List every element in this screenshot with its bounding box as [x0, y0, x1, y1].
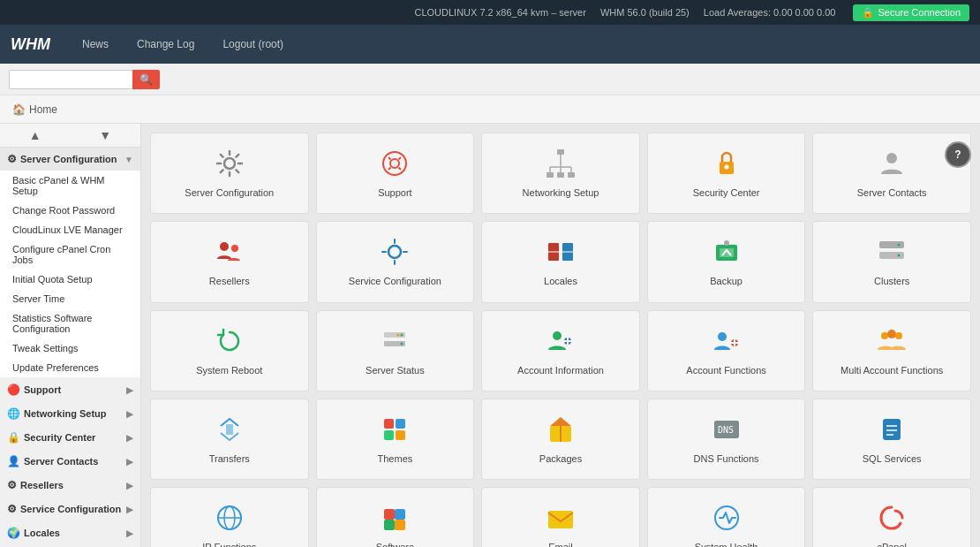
- svg-rect-8: [547, 172, 554, 178]
- svg-point-37: [553, 331, 562, 340]
- svg-rect-62: [384, 509, 395, 520]
- grid-item-system-health[interactable]: System Health: [647, 487, 806, 547]
- sidebar-section-support: 🔴Support ▶: [0, 378, 140, 402]
- grid-item-label-sql-services: SQL Services: [863, 452, 922, 465]
- chevron-right-icon-5: ▶: [126, 481, 133, 490]
- grid-item-software[interactable]: Software: [316, 487, 475, 547]
- sidebar-item-basic-cpanel[interactable]: Basic cPanel & WHM Setup: [0, 171, 140, 201]
- grid-item-dns-functions[interactable]: DNS DNS Functions: [647, 399, 806, 480]
- sidebar-support-label: Support: [24, 384, 61, 395]
- content-area: Server Configuration Support Networking …: [141, 124, 980, 547]
- sidebar-networking-label: Networking Setup: [24, 408, 107, 419]
- networking-icon: 🌐: [7, 407, 20, 420]
- grid-item-label-dns-functions: DNS Functions: [694, 452, 759, 465]
- svg-point-21: [388, 246, 401, 258]
- svg-point-34: [401, 333, 403, 336]
- svg-line-6: [388, 168, 391, 171]
- search-input[interactable]: [9, 70, 132, 89]
- nav-news[interactable]: News: [77, 34, 114, 54]
- svg-rect-7: [557, 149, 564, 155]
- search-button[interactable]: 🔍: [132, 70, 160, 89]
- grid-item-server-status[interactable]: Server Status: [316, 310, 475, 391]
- grid-item-label-locales: Locales: [544, 275, 577, 287]
- sidebar-nav-down[interactable]: ▼: [71, 124, 141, 147]
- grid-item-label-security-center: Security Center: [693, 186, 760, 199]
- grid-item-sql-services[interactable]: SQL Services: [812, 399, 971, 480]
- ip-icon: [212, 502, 247, 534]
- grid-item-label-themes: Themes: [378, 452, 413, 465]
- gear-icon: [212, 148, 247, 179]
- sidebar-nav-up[interactable]: ▲: [0, 124, 71, 147]
- grid-item-themes[interactable]: Themes: [316, 399, 475, 480]
- sidebar-item-tweak[interactable]: Tweak Settings: [0, 338, 140, 358]
- svg-point-17: [724, 165, 728, 170]
- sidebar-header-locales[interactable]: 🌍Locales ▶: [0, 521, 140, 544]
- nav-logout[interactable]: Logout (root): [217, 34, 289, 54]
- grid-item-service-configuration[interactable]: Service Configuration: [316, 221, 475, 302]
- sidebar-item-cron-jobs[interactable]: Configure cPanel Cron Jobs: [0, 239, 140, 270]
- grid-item-system-reboot[interactable]: System Reboot: [150, 310, 309, 391]
- nav-changelog[interactable]: Change Log: [132, 34, 200, 54]
- sidebar-header-server-contacts[interactable]: 👤Server Contacts ▶: [0, 450, 140, 473]
- grid-item-support[interactable]: Support: [316, 133, 475, 214]
- grid-item-label-server-status: Server Status: [366, 364, 425, 376]
- breadcrumb-home[interactable]: Home: [29, 103, 57, 116]
- grid-item-backup[interactable]: Backup: [647, 221, 806, 302]
- accountinfo-icon: [543, 325, 578, 357]
- sidebar-item-change-root[interactable]: Change Root Password: [0, 201, 140, 220]
- home-icon: 🏠: [12, 103, 26, 116]
- secure-connection-button[interactable]: 🔒 Secure Connection: [853, 4, 969, 21]
- grid-item-label-system-reboot: System Reboot: [196, 364, 262, 376]
- svg-text:DNS: DNS: [718, 425, 734, 435]
- grid-item-locales[interactable]: Locales: [481, 221, 640, 302]
- chevron-down-icon: ▼: [124, 155, 133, 164]
- sidebar-section-resellers: ⚙Resellers ▶: [0, 474, 140, 498]
- grid-item-cpanel[interactable]: cPanel: [812, 487, 971, 547]
- chevron-right-icon-6: ▶: [126, 505, 133, 514]
- sidebar-header-networking[interactable]: 🌐Networking Setup ▶: [0, 402, 140, 425]
- svg-rect-29: [879, 252, 904, 259]
- grid-item-resellers[interactable]: Resellers: [150, 221, 309, 302]
- support-icon: 🔴: [7, 384, 20, 396]
- secure-label: Secure Connection: [878, 7, 961, 18]
- sidebar-item-update-prefs[interactable]: Update Preferences: [0, 358, 140, 377]
- sidebar-item-cloudlinux[interactable]: CloudLinux LVE Manager: [0, 220, 140, 239]
- svg-rect-44: [226, 424, 233, 435]
- dns-icon: DNS: [709, 414, 744, 445]
- sidebar-header-service-config[interactable]: ⚙Service Configuration ▶: [0, 498, 140, 520]
- grid-item-server-configuration[interactable]: Server Configuration: [150, 133, 309, 214]
- resellers-icon: [212, 236, 247, 268]
- svg-rect-47: [384, 430, 394, 440]
- grid-item-security-center[interactable]: Security Center: [647, 133, 806, 214]
- grid-item-clusters[interactable]: Clusters: [812, 221, 971, 302]
- grid-item-email[interactable]: Email: [481, 487, 640, 547]
- grid-item-packages[interactable]: Packages: [481, 399, 640, 480]
- sidebar-item-stats-software[interactable]: Statistics Software Configuration: [0, 308, 140, 338]
- sidebar-header-support[interactable]: 🔴Support ▶: [0, 378, 140, 401]
- grid-item-ip-functions[interactable]: IP Functions: [150, 487, 309, 547]
- packages-icon: [543, 414, 578, 445]
- grid-item-label-ip-functions: IP Functions: [202, 541, 256, 547]
- grid-item-account-functions[interactable]: Account Functions: [647, 310, 806, 391]
- grid-item-label-software: Software: [376, 541, 414, 547]
- sidebar-item-server-time[interactable]: Server Time: [0, 289, 140, 308]
- svg-rect-28: [879, 241, 904, 248]
- svg-point-39: [718, 332, 727, 341]
- sidebar-header-resellers[interactable]: ⚙Resellers ▶: [0, 474, 140, 497]
- help-float-button[interactable]: ?: [945, 141, 971, 168]
- sidebar-server-config-label: Server Configuration: [20, 154, 117, 164]
- grid-item-transfers[interactable]: Transfers: [150, 399, 309, 480]
- top-bar: CLOUDLINUX 7.2 x86_64 kvm – server WHM 5…: [0, 0, 980, 25]
- nav-bar: WHM News Change Log Logout (root): [0, 25, 980, 64]
- sidebar-service-label: Service Configuration: [20, 504, 121, 514]
- sidebar: ▲ ▼ ⚙Server Configuration ▼ Basic cPanel…: [0, 124, 141, 547]
- sidebar-header-security[interactable]: 🔒Security Center ▶: [0, 426, 140, 449]
- svg-point-27: [724, 240, 729, 246]
- grid-item-networking-setup[interactable]: Networking Setup: [481, 133, 640, 214]
- grid-item-multi-account-functions[interactable]: Multi Account Functions: [812, 310, 971, 391]
- sidebar-header-server-configuration[interactable]: ⚙Server Configuration ▼: [0, 148, 140, 171]
- sidebar-security-label: Security Center: [24, 432, 95, 443]
- transfers-icon: [212, 414, 247, 445]
- sidebar-item-quota[interactable]: Initial Quota Setup: [0, 270, 140, 289]
- grid-item-account-information[interactable]: Account Information: [481, 310, 640, 391]
